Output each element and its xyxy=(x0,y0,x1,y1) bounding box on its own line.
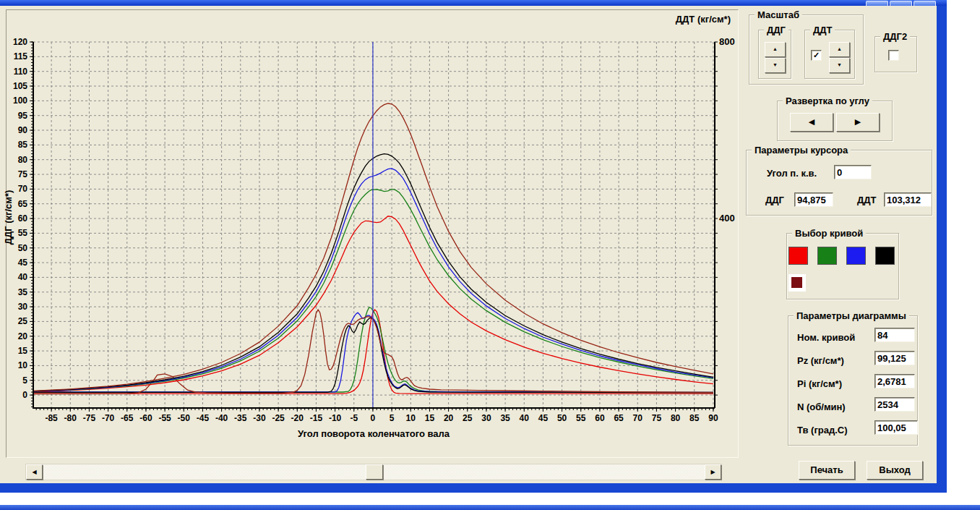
cursor-angle-input[interactable] xyxy=(834,165,872,179)
curve-swatch-red[interactable] xyxy=(788,247,808,265)
cursor-ddg-value[interactable] xyxy=(794,192,833,207)
ddg-scale-down-button[interactable]: ▼ xyxy=(765,58,786,73)
svg-text:35: 35 xyxy=(500,413,510,423)
scale-group-title: Масштаб xyxy=(755,9,802,20)
scroll-right-button[interactable]: ▶ xyxy=(705,464,721,480)
svg-text:80: 80 xyxy=(671,413,681,423)
cursor-angle-label: Угол п. к.в. xyxy=(767,168,817,179)
taskbar-edge xyxy=(0,505,980,510)
svg-text:50: 50 xyxy=(557,413,567,423)
svg-text:-70: -70 xyxy=(102,413,115,423)
svg-text:115: 115 xyxy=(14,51,28,61)
exit-button[interactable]: Выход xyxy=(867,461,923,480)
curve-select-title: Выбор кривой xyxy=(792,228,866,239)
sweep-right-button[interactable]: ▶ xyxy=(836,113,880,132)
ddg2-label: ДДГ2 xyxy=(880,31,910,42)
svg-text:45: 45 xyxy=(538,413,549,423)
scale-group: Масштаб ДДГ ▲ ▼ ДДТ ✓ ▲ ▼ xyxy=(749,14,864,85)
svg-text:105: 105 xyxy=(13,81,27,91)
cursor-ddg-label: ДДГ xyxy=(765,195,784,205)
curve-swatch-darkred-selected[interactable] xyxy=(788,274,806,292)
ddt-scale-checkbox[interactable]: ✓ xyxy=(811,50,822,61)
ddt-scale-down-button[interactable]: ▼ xyxy=(829,58,850,73)
svg-text:-80: -80 xyxy=(64,413,77,423)
curve-swatch-blue[interactable] xyxy=(846,247,866,265)
svg-text:65: 65 xyxy=(614,413,624,423)
scale-ddt-label: ДДТ xyxy=(810,25,835,35)
chart-panel: -85-80-75-70-65-60-55-50-45-40-35-30-25-… xyxy=(6,9,739,458)
svg-text:-45: -45 xyxy=(197,413,210,423)
ddt-scale-up-button[interactable]: ▲ xyxy=(829,42,850,57)
diagram-row-label: Pi (кг/см*) xyxy=(797,378,842,389)
scrollbar-thumb[interactable] xyxy=(366,464,383,480)
svg-text:-85: -85 xyxy=(45,413,58,423)
x-axis-title: Угол поворота коленчатого вала xyxy=(193,428,554,439)
rpm-input[interactable] xyxy=(874,397,915,412)
scale-ddg-label: ДДГ xyxy=(764,25,788,35)
horizontal-scrollbar[interactable]: ◀ ▶ xyxy=(25,464,722,480)
diagram-group-title: Параметры диаграммы xyxy=(794,310,909,321)
svg-text:-55: -55 xyxy=(158,413,171,423)
svg-text:-20: -20 xyxy=(291,413,304,423)
print-button[interactable]: Печать xyxy=(799,461,855,480)
scale-ddt-group: ДДТ ✓ ▲ ▼ xyxy=(804,30,855,79)
svg-text:800: 800 xyxy=(719,36,735,47)
y-axis-title: ДДГ (кг/см*) xyxy=(3,178,14,258)
title-bar xyxy=(0,0,947,6)
svg-text:-35: -35 xyxy=(234,413,247,423)
pz-input[interactable] xyxy=(874,351,915,365)
svg-text:5: 5 xyxy=(22,375,27,386)
diagram-row-label: N (об/мин) xyxy=(797,401,846,412)
svg-text:-5: -5 xyxy=(350,413,358,423)
svg-text:90: 90 xyxy=(18,125,28,135)
sweep-left-button[interactable]: ◀ xyxy=(790,113,833,132)
svg-text:30: 30 xyxy=(481,413,491,423)
svg-text:10: 10 xyxy=(18,360,28,370)
svg-text:-65: -65 xyxy=(121,413,134,423)
curve-swatch-green[interactable] xyxy=(817,247,837,265)
svg-text:120: 120 xyxy=(13,37,27,47)
ddg-scale-up-button[interactable]: ▲ xyxy=(765,42,786,57)
svg-text:75: 75 xyxy=(18,169,28,179)
diagram-row-label: Ном. кривой xyxy=(797,332,855,343)
scale-ddg-group: ДДГ ▲ ▼ xyxy=(758,30,791,79)
arrow-left-icon: ◀ xyxy=(809,117,814,126)
svg-text:60: 60 xyxy=(18,213,28,224)
diagram-row-label: Тв (град.С) xyxy=(797,425,848,435)
curve-number-input[interactable] xyxy=(874,328,915,342)
sweep-group-title: Развертка по углу xyxy=(783,95,872,106)
svg-text:55: 55 xyxy=(18,228,28,238)
arrow-down-icon: ▼ xyxy=(837,62,842,67)
svg-text:-15: -15 xyxy=(310,413,323,423)
svg-text:5: 5 xyxy=(390,413,395,423)
plot-area[interactable]: -85-80-75-70-65-60-55-50-45-40-35-30-25-… xyxy=(7,10,738,457)
cursor-ddt-value[interactable] xyxy=(884,192,932,207)
scroll-right-icon: ▶ xyxy=(710,469,715,475)
svg-text:55: 55 xyxy=(576,413,586,423)
svg-text:40: 40 xyxy=(520,413,530,423)
svg-text:80: 80 xyxy=(18,155,28,165)
curve-swatch-black[interactable] xyxy=(875,247,895,265)
diagram-params-group: Параметры диаграммы Ном. кривой Pz (кг/с… xyxy=(788,315,918,446)
pi-input[interactable] xyxy=(874,374,915,388)
scroll-left-button[interactable]: ◀ xyxy=(26,464,43,480)
svg-text:-10: -10 xyxy=(329,413,342,423)
arrow-down-icon: ▼ xyxy=(773,62,778,67)
cursor-group-title: Параметры курсора xyxy=(752,145,851,156)
tv-input[interactable] xyxy=(874,420,918,435)
svg-text:85: 85 xyxy=(18,140,28,150)
svg-text:-50: -50 xyxy=(178,413,191,423)
svg-text:45: 45 xyxy=(18,258,28,268)
svg-text:-75: -75 xyxy=(83,413,96,423)
desktop-background xyxy=(947,0,980,510)
svg-text:95: 95 xyxy=(18,111,28,121)
svg-text:-25: -25 xyxy=(272,413,285,423)
sweep-group: Развертка по углу ◀ ▶ xyxy=(777,101,893,141)
svg-text:70: 70 xyxy=(18,184,28,194)
svg-text:100: 100 xyxy=(13,95,27,106)
svg-text:15: 15 xyxy=(18,346,28,356)
svg-text:85: 85 xyxy=(689,413,700,423)
svg-text:60: 60 xyxy=(595,413,605,423)
ddg2-checkbox[interactable] xyxy=(888,50,899,61)
svg-text:20: 20 xyxy=(18,331,28,341)
